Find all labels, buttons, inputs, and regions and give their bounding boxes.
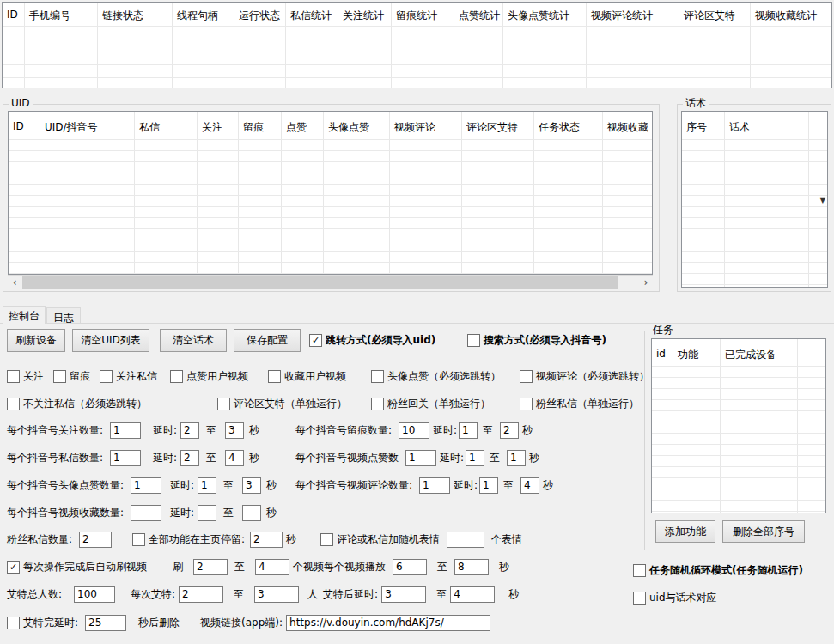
video-link-input[interactable] (286, 615, 490, 631)
follow-dm-checkbox[interactable]: 关注私信 (100, 370, 157, 383)
column-header-dm[interactable]: 私信 (135, 112, 198, 274)
dm-delay-to-input[interactable] (225, 450, 244, 466)
column-header-phone[interactable]: 手机编号 (25, 3, 98, 88)
trace-delay-to-input[interactable] (500, 422, 519, 439)
random-loop-mode-checkbox[interactable]: 任务随机循环模式(任务随机运行) (633, 564, 803, 577)
column-header-trace[interactable]: 留痕 (239, 112, 282, 274)
delete-all-button[interactable]: 删除全部序号 (722, 520, 805, 543)
video-like-delay-to-input[interactable] (507, 450, 526, 466)
column-header-follow-stat[interactable]: 关注统计 (338, 3, 392, 88)
column-header-uid[interactable]: UID/抖音号 (40, 112, 135, 274)
avatar-like-delay-to-input[interactable] (242, 477, 261, 494)
column-header-done-devices[interactable]: 已完成设备 (721, 339, 798, 513)
scroll-left-icon[interactable]: ‹ (8, 276, 21, 289)
at-each-from-input[interactable] (179, 586, 223, 603)
follow-delay-to-input[interactable] (225, 422, 244, 439)
no-follow-dm-checkbox[interactable]: 不关注私信（必须选跳转） (7, 398, 147, 410)
stay-home-checkbox[interactable]: 全部功能在主页停留: (132, 533, 245, 546)
column-header-dm-stat[interactable]: 私信统计 (286, 3, 338, 88)
column-header-id[interactable]: id (652, 339, 673, 513)
column-header-task-status[interactable]: 任务状态 (534, 112, 603, 274)
avatar-like-delay-from-input[interactable] (198, 477, 216, 494)
column-header-comment-at[interactable]: 评论区艾特 (462, 112, 534, 274)
add-function-button[interactable]: 添加功能 (655, 520, 715, 543)
at-each-to-input[interactable] (254, 586, 299, 603)
column-header-like[interactable]: 点赞 (282, 112, 324, 274)
clear-uid-button[interactable]: 清空UID列表 (72, 329, 149, 352)
scrollbar-thumb[interactable] (22, 276, 618, 289)
emoji-unit-label: 个表情 (491, 532, 522, 547)
save-config-button[interactable]: 保存配置 (234, 329, 301, 352)
trace-count-input[interactable] (399, 422, 429, 439)
avatar-like-count-input[interactable] (131, 477, 161, 494)
auto-swipe-checkbox[interactable]: ✓ 每次操作完成后自动刷视频 (7, 561, 147, 574)
play-to-input[interactable] (454, 559, 489, 575)
column-header-run-status[interactable]: 运行状态 (234, 3, 286, 88)
column-header-trace-stat[interactable]: 留痕统计 (392, 3, 454, 88)
search-mode-checkbox[interactable]: 搜索方式(必须导入抖音号) (467, 334, 606, 347)
fans-dm-checkbox[interactable]: 粉丝私信（单独运行） (520, 398, 639, 410)
video-like-count-input[interactable] (405, 450, 436, 466)
play-from-input[interactable] (393, 559, 427, 575)
like-user-video-checkbox[interactable]: 点赞用户视频 (170, 370, 248, 383)
fans-dm-count-input[interactable] (79, 532, 112, 548)
at-delay-from-input[interactable] (381, 586, 426, 603)
stay-home-input[interactable] (250, 532, 283, 548)
trace-checkbox[interactable]: 留痕 (53, 370, 90, 383)
video-fav-delay-to-input[interactable] (242, 505, 261, 521)
tab-log[interactable]: 日志 (46, 307, 81, 323)
at-delete-delay-input[interactable] (85, 615, 126, 631)
uid-script-match-checkbox[interactable]: uid与话术对应 (633, 592, 717, 605)
scroll-down-icon[interactable]: ▼ (820, 197, 825, 204)
uid-groupbox: UID ID UID/抖音号 私信 关注 留痕 点赞 头像点赞 视频评论 评论区… (3, 104, 660, 292)
column-header-function[interactable]: 功能 (673, 339, 721, 513)
scroll-right-icon[interactable]: › (639, 276, 653, 289)
device-table: ID 手机编号 链接状态 线程句柄 运行状态 私信统计 关注统计 留痕统计 点赞… (2, 2, 832, 88)
trace-delay-from-input[interactable] (459, 422, 478, 439)
column-header-thread[interactable]: 线程句柄 (173, 3, 234, 88)
random-emoji-checkbox[interactable]: 评论或私信加随机表情 (320, 533, 440, 546)
video-comment-delay-from-input[interactable] (479, 477, 498, 494)
refresh-device-button[interactable]: 刷新设备 (7, 329, 65, 352)
column-header-script[interactable]: 话术 (725, 112, 809, 287)
column-header-index[interactable]: 序号 (682, 112, 725, 287)
video-fav-delay-from-input[interactable] (198, 505, 216, 521)
at-total-input[interactable] (74, 586, 115, 603)
clear-script-button[interactable]: 清空话术 (160, 329, 227, 352)
video-comment-count-input[interactable] (419, 477, 450, 494)
tab-console[interactable]: 控制台 (3, 306, 46, 324)
column-header-link-status[interactable]: 链接状态 (98, 3, 173, 88)
follow-delay-from-input[interactable] (180, 422, 199, 439)
dm-delay-from-input[interactable] (180, 450, 199, 466)
column-header-video-fav[interactable]: 视频收藏 (603, 112, 652, 274)
follow-count-input[interactable] (110, 422, 141, 439)
column-header-follow[interactable]: 关注 (198, 112, 239, 274)
column-header-like-stat[interactable]: 点赞统计 (454, 3, 503, 88)
follow-checkbox[interactable]: 关注 (7, 370, 44, 383)
swipe-from-input[interactable] (193, 559, 228, 575)
video-fav-count-input[interactable] (131, 505, 161, 521)
avatar-like-checkbox[interactable]: 头像点赞（必须选跳转） (371, 370, 501, 383)
column-header-avatar-like[interactable]: 头像点赞 (324, 112, 390, 274)
delay-label: 延时: (153, 451, 177, 465)
video-like-delay-from-input[interactable] (466, 450, 484, 466)
comment-at-checkbox[interactable]: 评论区艾特（单独运行） (217, 398, 347, 410)
column-header-id[interactable]: ID (3, 3, 25, 88)
swipe-to-input[interactable] (255, 559, 289, 575)
emoji-count-input[interactable] (447, 532, 484, 548)
uid-hscrollbar[interactable]: ‹ › (8, 275, 653, 289)
fav-user-video-checkbox[interactable]: 收藏用户视频 (268, 370, 346, 383)
at-delay-to-input[interactable] (450, 586, 495, 603)
dm-count-input[interactable] (110, 450, 141, 466)
column-header-comment-stat[interactable]: 视频评论统计 (587, 3, 679, 88)
column-header-id[interactable]: ID (9, 112, 40, 274)
video-comment-checkbox[interactable]: 视频评论（必须选跳转） (520, 370, 649, 383)
fans-followback-checkbox[interactable]: 粉丝回关（单独运行） (371, 398, 490, 410)
column-header-avatar-stat[interactable]: 头像点赞统计 (503, 3, 587, 88)
at-delete-checkbox[interactable]: 艾特完延时: (7, 617, 78, 629)
column-header-at-stat[interactable]: 评论区艾特 (679, 3, 751, 88)
column-header-fav-stat[interactable]: 视频收藏统计 (751, 3, 831, 88)
column-header-video-comment[interactable]: 视频评论 (390, 112, 462, 274)
jump-mode-checkbox[interactable]: ✓ 跳转方式(必须导入uid) (309, 334, 435, 347)
video-comment-delay-to-input[interactable] (520, 477, 539, 494)
